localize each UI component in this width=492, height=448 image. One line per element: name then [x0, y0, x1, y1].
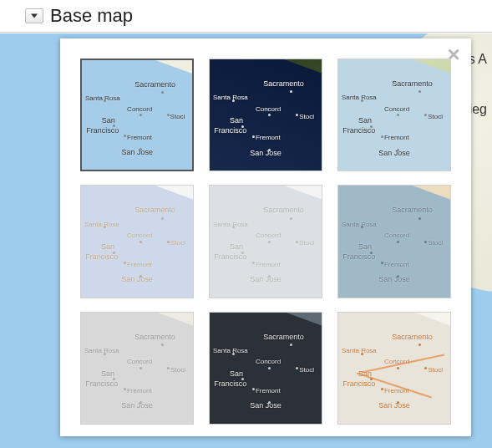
chevron-down-icon: [31, 13, 38, 18]
label-fremont: Fremont: [256, 261, 281, 268]
dot-san-francisco: [241, 125, 244, 128]
label-san-jose: San Jose: [378, 275, 410, 283]
dot-san-jose: [397, 275, 399, 277]
label-santa-rosa: Santa Rosa: [342, 221, 377, 228]
label-sacramento: Sacramento: [392, 206, 433, 214]
dot-stockton: [167, 241, 170, 243]
label-francisco: Francisco: [342, 379, 375, 388]
label-fremont: Fremont: [127, 261, 152, 268]
page-title: Base map: [50, 5, 133, 27]
label-concord: Concord: [256, 105, 281, 113]
map-lightgray[interactable]: Sacramento Santa Rosa Concord Stocl San …: [209, 185, 322, 298]
thumb-map: Sacramento Santa Rosa Concord Stocl San …: [338, 59, 450, 171]
thumb-map: Sacramento Santa Rosa Concord Stocl San …: [210, 59, 322, 171]
label-sacramento: Sacramento: [392, 79, 433, 88]
label-san-jose: San Jose: [250, 149, 282, 157]
label-san: San: [230, 242, 243, 251]
label-fremont: Fremont: [384, 261, 409, 268]
dot-stockton: [296, 241, 298, 243]
dot-santa-rosa: [361, 99, 363, 102]
dot-san-francisco: [113, 252, 115, 254]
label-santa-rosa: Santa Rosa: [213, 347, 248, 354]
label-fremont: Fremont: [256, 134, 281, 141]
map-default[interactable]: Sacramento Santa Rosa Concord Stocl San …: [80, 59, 194, 171]
label-sacramento: Sacramento: [263, 79, 304, 88]
label-concord: Concord: [384, 105, 409, 113]
label-san: San: [230, 116, 243, 125]
label-sacramento: Sacramento: [392, 333, 433, 341]
dot-san-francisco: [241, 378, 244, 380]
map-dark[interactable]: Sacramento Santa Rosa Concord Stocl San …: [209, 312, 322, 425]
dot-santa-rosa: [361, 353, 363, 355]
dot-fremont: [381, 135, 383, 138]
dot-san-jose: [268, 275, 271, 277]
dot-concord: [139, 367, 142, 369]
label-concord: Concord: [127, 358, 152, 365]
dot-san-jose: [397, 149, 399, 151]
base-map-grid: Sacramento Santa Rosa Concord Stocl San …: [80, 59, 451, 425]
label-san-jose: San Jose: [121, 401, 153, 410]
dot-san-jose: [139, 148, 142, 150]
dot-fremont: [252, 262, 255, 264]
dot-santa-rosa: [232, 99, 235, 102]
label-san-jose: San Jose: [250, 275, 282, 283]
thumb-map: Sacramento Santa Rosa Concord Stocl San …: [210, 313, 322, 424]
label-stockton: Stocl: [428, 366, 443, 374]
label-concord: Concord: [127, 232, 152, 239]
map-lightblue[interactable]: Sacramento Santa Rosa Concord Stocl San …: [80, 185, 194, 298]
dot-san-francisco: [241, 252, 244, 254]
map-tan[interactable]: Sacramento Santa Rosa Concord Stocl San …: [337, 185, 451, 298]
dot-concord: [397, 367, 399, 369]
dot-concord: [139, 241, 142, 243]
label-francisco: Francisco: [85, 379, 118, 388]
label-sacramento: Sacramento: [263, 206, 304, 214]
label-fremont: Fremont: [384, 134, 409, 141]
label-san: San: [358, 116, 372, 125]
label-francisco: Francisco: [86, 126, 119, 135]
label-fremont: Fremont: [127, 387, 152, 395]
label-san-jose: San Jose: [378, 149, 410, 157]
label-concord: Concord: [384, 358, 409, 365]
label-santa-rosa: Santa Rosa: [213, 221, 248, 228]
thumb-map: Sacramento Santa Rosa Concord Stocl San …: [210, 186, 322, 297]
label-fremont: Fremont: [127, 134, 152, 141]
dot-stockton: [424, 241, 427, 243]
label-san: San: [358, 369, 372, 378]
label-concord: Concord: [384, 232, 409, 239]
map-satellite[interactable]: Sacramento Santa Rosa Concord Stocl San …: [209, 59, 322, 171]
map-terrain[interactable]: Sacramento Santa Rosa Concord Stocl San …: [337, 59, 451, 171]
label-concord: Concord: [256, 232, 281, 239]
label-san-jose: San Jose: [378, 401, 410, 410]
label-fremont: Fremont: [256, 387, 281, 395]
label-stockton: Stocl: [299, 113, 314, 120]
label-sacramento: Sacramento: [263, 333, 304, 341]
base-map-dropdown-toggle[interactable]: [25, 8, 43, 23]
thumb-map: Sacramento Santa Rosa Concord Stocl San …: [81, 313, 193, 424]
dot-santa-rosa: [104, 353, 106, 355]
label-san-jose: San Jose: [121, 275, 153, 283]
label-stockton: Stocl: [428, 113, 443, 120]
dot-san-francisco: [370, 252, 373, 254]
dot-san-francisco: [370, 125, 373, 128]
label-santa-rosa: Santa Rosa: [85, 94, 120, 102]
dot-san-jose: [268, 149, 271, 151]
map-road[interactable]: Sacramento Santa Rosa Concord Stocl San …: [337, 312, 451, 425]
label-san: San: [230, 369, 243, 378]
dot-sacramento: [161, 91, 164, 94]
label-concord: Concord: [127, 105, 152, 113]
thumb-map: Sacramento Santa Rosa Concord Stocl San …: [338, 186, 450, 297]
label-stockton: Stocl: [428, 239, 443, 247]
dot-san-francisco: [113, 378, 115, 380]
label-san: San: [358, 242, 372, 251]
label-santa-rosa: Santa Rosa: [342, 347, 377, 354]
map-muted[interactable]: Sacramento Santa Rosa Concord Stocl San …: [80, 312, 194, 425]
label-san-jose: San Jose: [122, 148, 154, 156]
label-sacramento: Sacramento: [134, 80, 175, 89]
dot-fremont: [381, 262, 383, 264]
label-san-jose: San Jose: [250, 401, 282, 410]
label-stockton: Stocl: [299, 366, 314, 374]
label-stockton: Stocl: [170, 113, 185, 120]
dot-santa-rosa: [232, 353, 235, 355]
label-santa-rosa: Santa Rosa: [213, 94, 248, 101]
dot-san-jose: [139, 275, 142, 277]
